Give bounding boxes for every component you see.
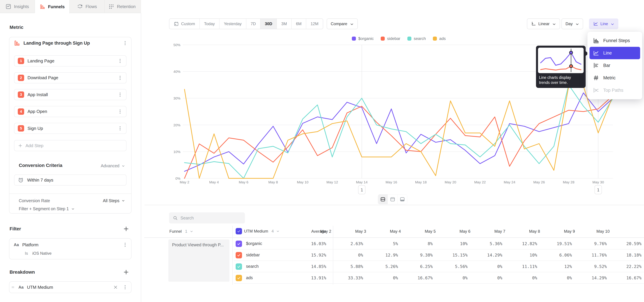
chart-type-dropdown[interactable]: Line: [589, 18, 618, 29]
table-row-ads[interactable]: ads 13.91%33.33%0%16.67%0%0%0%0%14.29%16…: [234, 272, 644, 284]
range-30d[interactable]: 30D: [260, 19, 277, 29]
tab-flows[interactable]: Flows: [70, 0, 105, 13]
range-today[interactable]: Today: [200, 19, 220, 29]
menu-item-bar[interactable]: Bar: [590, 59, 640, 72]
range-yesterday[interactable]: Yesterday: [220, 19, 246, 29]
filter-segment-dropdown[interactable]: Filter + Segment on Step 1: [19, 206, 75, 211]
svg-text:May 8: May 8: [268, 180, 278, 184]
menu-item-label: Line: [603, 50, 612, 56]
range-3m[interactable]: 3M: [277, 19, 292, 29]
granularity-dropdown[interactable]: Day: [562, 18, 583, 29]
row-label: search: [246, 264, 258, 269]
breakdown-property-row[interactable]: Aa UTM Medium: [11, 282, 128, 292]
row-average: 14.85%: [259, 264, 326, 269]
select-all-checkbox[interactable]: [236, 228, 242, 234]
range-12m[interactable]: 12M: [306, 19, 323, 29]
menu-item-metric[interactable]: Metric: [590, 72, 640, 84]
row-value: 14.29%: [470, 253, 502, 258]
metric-icon: [593, 75, 599, 81]
tab-insights[interactable]: Insights: [0, 0, 35, 13]
range-6m[interactable]: 6M: [292, 19, 306, 29]
date-column-header[interactable]: May 3: [334, 229, 366, 234]
svg-text:May 22: May 22: [474, 180, 486, 184]
table-row-sidebar[interactable]: sidebar 15.92%0%12.9%9.38%15.15%14.29%10…: [234, 250, 644, 261]
date-column-header[interactable]: May 4: [369, 229, 401, 234]
drag-handle-icon[interactable]: [11, 285, 15, 290]
add-breakdown-button[interactable]: [123, 269, 130, 276]
funnel-step-5[interactable]: 5 Sign Up: [14, 123, 126, 134]
kebab-menu-icon[interactable]: [122, 40, 128, 46]
search-icon: [173, 216, 178, 220]
kebab-menu-icon[interactable]: [118, 126, 123, 131]
filter-value[interactable]: iOS Native: [32, 251, 52, 256]
conversion-rate-dropdown[interactable]: All Steps: [103, 198, 126, 203]
tab-retention[interactable]: Retention: [105, 0, 140, 13]
tab-label: Insights: [14, 4, 29, 9]
conversion-window-button[interactable]: Within 7 days: [14, 174, 126, 186]
date-column-header[interactable]: May 9: [543, 229, 575, 234]
funnel-step-1[interactable]: 1 Landing Page: [14, 55, 126, 66]
row-value: 12.82%: [505, 241, 537, 246]
add-step-button[interactable]: Add Step: [14, 140, 126, 151]
row-value: 19.51%: [540, 241, 572, 246]
kebab-menu-icon[interactable]: [118, 75, 123, 80]
funnel-column-dropdown[interactable]: Funnel1: [170, 229, 194, 234]
filter-operator[interactable]: Is: [25, 251, 28, 256]
range-7d[interactable]: 7D: [246, 19, 260, 29]
search-input[interactable]: [180, 216, 241, 220]
breakdown-column-dropdown[interactable]: UTM Medium4: [236, 228, 280, 234]
kebab-menu-icon[interactable]: [118, 92, 123, 97]
funnel-column-label: Funnel: [170, 229, 182, 234]
kebab-menu-icon[interactable]: [118, 58, 123, 64]
row-checkbox[interactable]: [236, 252, 242, 258]
filter-segment-label: Filter + Segment on Step 1: [19, 206, 69, 211]
funnel-step-4[interactable]: 4 App Open: [14, 106, 126, 117]
table-row-organic[interactable]: $organic 16.03%2.63%5%8%10%5.36%12.82%19…: [234, 238, 644, 250]
date-column-header[interactable]: May 7: [474, 229, 505, 234]
date-column-header[interactable]: May 2: [299, 229, 331, 234]
tab-label: Funnels: [48, 4, 65, 10]
date-column-header[interactable]: May 6: [438, 229, 470, 234]
svg-text:40%: 40%: [174, 70, 180, 74]
filter-property-row[interactable]: Aa Platform: [14, 240, 128, 250]
metric-heading: Metric: [10, 25, 23, 30]
compare-button[interactable]: Compare: [327, 18, 358, 29]
view-toggle-group: [378, 194, 407, 204]
chart-view-icon: [390, 196, 396, 202]
funnel-step-3[interactable]: 3 App Install: [14, 89, 126, 100]
kebab-menu-icon[interactable]: [118, 109, 123, 114]
series-line-sidebar[interactable]: [184, 96, 613, 178]
date-column-header[interactable]: May 8: [508, 229, 540, 234]
funnel-step-2[interactable]: 2 Download Page: [14, 72, 126, 84]
date-column-header[interactable]: May 10: [578, 229, 610, 234]
funnel-name-cell[interactable]: Product Viewed through P...: [168, 240, 230, 282]
series-line-organic[interactable]: [184, 93, 613, 172]
metric-header[interactable]: Landing Page through Sign Up: [14, 38, 128, 48]
menu-item-label: Top Paths: [603, 88, 623, 93]
kebab-menu-icon[interactable]: [122, 242, 128, 248]
toggle-split-view[interactable]: [378, 194, 388, 204]
row-value: 10%: [436, 241, 468, 246]
close-icon[interactable]: [113, 285, 118, 290]
toggle-table-view[interactable]: [398, 194, 407, 204]
svg-text:May 2: May 2: [180, 180, 189, 184]
add-filter-button[interactable]: [123, 226, 130, 232]
range-label: 30D: [265, 22, 272, 26]
table-row-search[interactable]: search 14.85%5.88%5.26%6.25%5.56%0%11.11…: [234, 261, 644, 272]
row-checkbox[interactable]: [236, 275, 242, 281]
svg-text:20%: 20%: [174, 123, 180, 127]
tab-funnels[interactable]: Funnels: [35, 0, 70, 14]
series-line-ads[interactable]: [184, 86, 613, 178]
kebab-menu-icon[interactable]: [122, 284, 128, 290]
row-checkbox[interactable]: [236, 240, 242, 247]
menu-item-line[interactable]: Line: [590, 47, 640, 59]
range-custom[interactable]: Custom: [170, 19, 200, 29]
row-checkbox[interactable]: [236, 264, 242, 270]
date-column-header[interactable]: May 5: [404, 229, 436, 234]
menu-item-funnel-steps[interactable]: Funnel Steps: [590, 34, 640, 47]
scale-dropdown[interactable]: Linear: [527, 18, 560, 29]
advanced-dropdown[interactable]: Advanced: [101, 164, 126, 168]
toggle-chart-view[interactable]: [388, 194, 398, 204]
card-divider: [10, 194, 131, 194]
linear-scale-icon: [531, 21, 536, 26]
